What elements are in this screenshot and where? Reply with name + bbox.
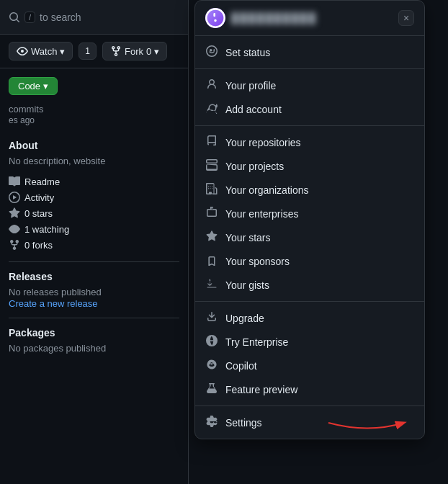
fork-label: Fork	[125, 46, 143, 57]
person-add-icon	[205, 102, 218, 116]
heart-icon	[205, 254, 218, 268]
globe-icon	[205, 335, 218, 349]
page-header: / to search	[0, 0, 188, 35]
menu-item-upgrade[interactable]: Upgrade	[195, 306, 424, 330]
code-button[interactable]: Code ▾	[9, 77, 58, 95]
settings-label: Settings	[225, 417, 262, 429]
about-stars: 0 stars	[9, 205, 179, 221]
packages-title: Packages	[9, 327, 179, 339]
packages-desc: No packages published	[9, 343, 179, 354]
about-section: About No description, website Readme Act…	[9, 131, 179, 261]
your-repositories-label: Your repositories	[225, 137, 301, 148]
fork-icon-sm	[9, 239, 20, 251]
repo-left: Code ▾ commits es ago About No descripti…	[9, 77, 179, 362]
menu-item-set-status[interactable]: Set status	[195, 40, 424, 64]
dropdown-menu: Set status Your profile Add account	[195, 36, 424, 439]
commits-label: commits	[9, 104, 43, 115]
activity-icon	[9, 192, 20, 203]
menu-item-settings[interactable]: Settings	[195, 411, 424, 434]
menu-item-feature-preview[interactable]: Feature preview	[195, 377, 424, 401]
releases-desc: No releases published	[9, 287, 179, 297]
create-release-link[interactable]: Create a new release	[9, 298, 98, 309]
eye-icon-sm	[9, 223, 20, 235]
smiley-icon	[205, 45, 218, 59]
fork-button[interactable]: Fork 0 ▾	[102, 42, 167, 60]
watching-label: 1 watching	[24, 224, 69, 235]
settings-arrow	[325, 412, 411, 434]
copilot-label: Copilot	[225, 360, 257, 372]
menu-item-copilot[interactable]: Copilot	[195, 354, 424, 377]
menu-item-your-enterprises[interactable]: Your enterprises	[195, 202, 424, 225]
readme-label: Readme	[24, 176, 60, 187]
divider-2	[195, 125, 424, 126]
stars-label: 0 stars	[24, 208, 53, 219]
background-page: / to search Watch ▾ 1 Fork 0 ▾ Code ▾	[0, 0, 189, 484]
slash-kbd: /	[24, 12, 35, 23]
feature-preview-label: Feature preview	[225, 384, 297, 395]
menu-item-your-repositories[interactable]: Your repositories	[195, 130, 424, 154]
your-enterprises-label: Your enterprises	[225, 208, 298, 220]
menu-item-your-profile[interactable]: Your profile	[195, 73, 424, 97]
repo-main: Code ▾ commits es ago About No descripti…	[0, 68, 188, 371]
forks-label: 0 forks	[24, 240, 53, 251]
dropdown-header: ██████████ ×	[195, 1, 424, 36]
repo-toolbar: Watch ▾ 1 Fork 0 ▾	[0, 35, 188, 68]
your-organizations-label: Your organizations	[225, 184, 308, 196]
menu-item-add-account[interactable]: Add account	[195, 97, 424, 121]
eye-icon	[17, 45, 28, 57]
about-watching: 1 watching	[9, 221, 179, 237]
avatar-img	[205, 8, 225, 28]
packages-section: Packages No packages published	[9, 318, 179, 362]
watch-label: Watch	[31, 46, 57, 57]
upgrade-label: Upgrade	[225, 313, 264, 324]
commits-ago: es ago	[9, 115, 35, 125]
divider-1	[195, 68, 424, 69]
about-title: About	[9, 140, 179, 151]
repo-icon	[205, 135, 218, 149]
watch-button[interactable]: Watch ▾	[9, 42, 73, 60]
about-forks: 0 forks	[9, 237, 179, 253]
divider-3	[195, 301, 424, 302]
upload-icon	[205, 311, 218, 325]
menu-item-your-gists[interactable]: Your gists	[195, 273, 424, 297]
search-bar[interactable]: / to search	[9, 12, 81, 23]
username-display: ██████████	[231, 12, 317, 24]
menu-item-your-organizations[interactable]: Your organizations	[195, 178, 424, 202]
close-button[interactable]: ×	[398, 10, 414, 26]
your-gists-label: Your gists	[225, 279, 269, 291]
gear-icon	[205, 416, 218, 429]
activity-label: Activity	[24, 192, 54, 203]
add-account-label: Add account	[225, 104, 282, 115]
beaker-icon	[205, 382, 218, 396]
menu-item-try-enterprise[interactable]: Try Enterprise	[195, 330, 424, 354]
your-projects-label: Your projects	[225, 161, 284, 172]
star-icon-sm	[9, 207, 20, 219]
user-dropdown: ██████████ × Set status Your profile	[194, 0, 425, 439]
try-enterprise-label: Try Enterprise	[225, 336, 288, 348]
set-status-label: Set status	[225, 47, 270, 58]
about-desc: No description, website	[9, 156, 179, 166]
user-info: ██████████	[205, 8, 317, 28]
book-icon	[9, 176, 20, 187]
code-label: Code	[18, 81, 40, 91]
star-icon	[205, 230, 218, 244]
project-icon	[205, 159, 218, 173]
menu-item-your-stars[interactable]: Your stars	[195, 225, 424, 249]
releases-section: Releases No releases published Create a …	[9, 261, 179, 318]
search-label: to search	[40, 12, 81, 23]
gist-icon	[205, 278, 218, 292]
menu-item-your-sponsors[interactable]: Your sponsors	[195, 249, 424, 273]
watch-count: 1	[79, 42, 97, 60]
copilot-icon	[205, 359, 218, 372]
fork-icon	[110, 45, 122, 57]
your-profile-label: Your profile	[225, 80, 276, 91]
about-readme: Readme	[9, 174, 179, 189]
enterprise-icon	[205, 207, 218, 220]
your-sponsors-label: Your sponsors	[225, 256, 290, 267]
divider-4	[195, 405, 424, 406]
your-stars-label: Your stars	[225, 232, 271, 243]
fork-count: 0	[146, 46, 151, 57]
releases-title: Releases	[9, 271, 179, 282]
menu-item-your-projects[interactable]: Your projects	[195, 154, 424, 178]
commits-section: commits es ago	[9, 104, 179, 125]
